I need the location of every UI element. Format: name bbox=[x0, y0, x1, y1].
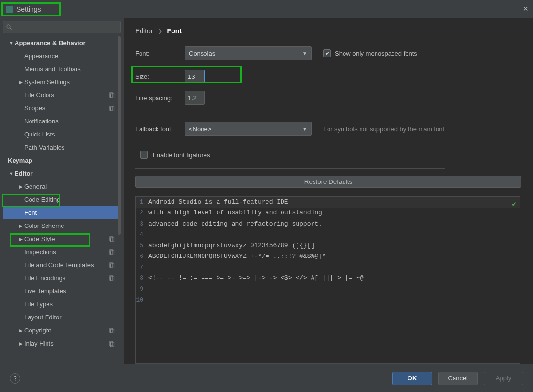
sidebar-item-label: File Encodings bbox=[24, 274, 109, 282]
expand-arrow-icon[interactable] bbox=[17, 236, 24, 241]
font-preview[interactable]: 1Android Studio is a full-featured IDE2w… bbox=[135, 196, 520, 364]
search-input[interactable] bbox=[14, 24, 117, 31]
sidebar-item-file-types[interactable]: File Types bbox=[3, 298, 118, 311]
ligatures-checkbox[interactable] bbox=[140, 151, 148, 159]
svg-rect-17 bbox=[111, 342, 114, 347]
expand-arrow-icon[interactable] bbox=[17, 79, 24, 85]
scheme-icon bbox=[109, 328, 115, 333]
chevron-down-icon: ▼ bbox=[302, 126, 307, 132]
footer: ? OK Cancel Apply bbox=[0, 364, 533, 392]
sidebar-item-file-and-code-templates[interactable]: File and Code Templates bbox=[3, 258, 118, 271]
sidebar-item-color-scheme[interactable]: Color Scheme bbox=[3, 219, 118, 232]
preview-line: 5abcdefghijklmnopqrstuvwxyz 0123456789 (… bbox=[136, 241, 520, 252]
fallback-select[interactable]: <None> ▼ bbox=[185, 122, 312, 136]
breadcrumb-parent[interactable]: Editor bbox=[135, 27, 153, 35]
svg-rect-10 bbox=[110, 263, 113, 267]
line-number: 6 bbox=[136, 251, 146, 262]
sidebar-item-menus-and-toolbars[interactable]: Menus and Toolbars bbox=[3, 62, 118, 75]
fallback-select-value: <None> bbox=[189, 125, 302, 133]
preview-text: advanced code editing and refactoring su… bbox=[146, 219, 322, 230]
size-input[interactable] bbox=[185, 70, 205, 83]
sidebar-item-appearance-behavior[interactable]: Appearance & Behavior bbox=[3, 36, 118, 49]
font-select[interactable]: Consolas ▼ bbox=[185, 46, 312, 60]
scheme-icon bbox=[109, 341, 115, 347]
close-icon[interactable]: × bbox=[523, 4, 528, 14]
sidebar-item-general[interactable]: General bbox=[3, 180, 118, 193]
sidebar-item-code-editing[interactable]: Code Editing bbox=[3, 193, 118, 206]
svg-rect-7 bbox=[111, 238, 114, 242]
linespacing-input[interactable] bbox=[185, 91, 205, 105]
sidebar-item-label: Appearance & Behavior bbox=[15, 39, 115, 46]
sidebar-item-path-variables[interactable]: Path Variables bbox=[3, 141, 118, 154]
sidebar-item-label: Scopes bbox=[24, 105, 109, 112]
search-input-wrapper[interactable] bbox=[3, 21, 121, 33]
expand-arrow-icon[interactable] bbox=[17, 184, 24, 189]
svg-rect-11 bbox=[111, 264, 114, 268]
sidebar-item-notifications[interactable]: Notifications bbox=[3, 115, 118, 128]
sidebar-item-live-templates[interactable]: Live Templates bbox=[3, 285, 118, 298]
expand-arrow-icon[interactable] bbox=[8, 40, 15, 45]
sidebar-item-inlay-hints[interactable]: Inlay Hints bbox=[3, 337, 118, 350]
monospace-label: Show only monospaced fonts bbox=[335, 50, 417, 57]
apply-button[interactable]: Apply bbox=[484, 372, 523, 385]
check-icon: ✔ bbox=[512, 199, 516, 210]
sidebar-item-layout-editor[interactable]: Layout Editor bbox=[3, 311, 118, 324]
preview-line: 7 bbox=[136, 262, 520, 273]
svg-point-0 bbox=[7, 25, 10, 28]
chevron-right-icon: ❯ bbox=[158, 28, 162, 34]
expand-arrow-icon[interactable] bbox=[17, 328, 24, 333]
preview-text bbox=[146, 229, 148, 241]
preview-text: with a high level of usability and outst… bbox=[146, 208, 322, 219]
monospace-checkbox[interactable] bbox=[323, 49, 331, 57]
expand-arrow-icon[interactable] bbox=[17, 223, 24, 228]
expand-arrow-icon[interactable] bbox=[17, 341, 24, 346]
help-button[interactable]: ? bbox=[10, 373, 20, 384]
restore-defaults-button[interactable]: Restore Defaults bbox=[135, 176, 521, 188]
sidebar-item-file-encodings[interactable]: File Encodings bbox=[3, 271, 118, 285]
sidebar: Appearance & BehaviorAppearanceMenus and… bbox=[0, 18, 124, 364]
fallback-label: Fallback font: bbox=[135, 125, 180, 133]
sidebar-item-keymap[interactable]: Keymap bbox=[3, 154, 118, 167]
settings-tree: Appearance & BehaviorAppearanceMenus and… bbox=[3, 36, 121, 364]
svg-rect-2 bbox=[110, 93, 113, 97]
fallback-hint: For symbols not supported by the main fo… bbox=[323, 125, 444, 133]
linespacing-label: Line spacing: bbox=[135, 94, 180, 102]
scrollbar-handle[interactable] bbox=[118, 36, 121, 235]
sidebar-item-quick-lists[interactable]: Quick Lists bbox=[3, 128, 118, 141]
sidebar-item-editor[interactable]: Editor bbox=[3, 167, 118, 180]
sidebar-item-label: System Settings bbox=[24, 78, 115, 86]
expand-arrow-icon[interactable] bbox=[8, 171, 15, 176]
sidebar-item-inspections[interactable]: Inspections bbox=[3, 245, 118, 258]
preview-text: Android Studio is a full-featured IDE bbox=[146, 197, 288, 208]
sidebar-item-file-colors[interactable]: File Colors bbox=[3, 89, 118, 102]
sidebar-item-font[interactable]: Font bbox=[3, 206, 118, 219]
sidebar-item-label: Layout Editor bbox=[24, 314, 115, 321]
sidebar-item-label: Notifications bbox=[24, 118, 115, 125]
sidebar-item-code-style[interactable]: Code Style bbox=[3, 232, 118, 245]
app-logo-icon bbox=[6, 6, 13, 13]
sidebar-item-system-settings[interactable]: System Settings bbox=[3, 75, 118, 89]
sidebar-item-appearance[interactable]: Appearance bbox=[3, 49, 118, 62]
size-label: Size: bbox=[135, 73, 180, 80]
line-number: 9 bbox=[136, 284, 146, 295]
scheme-icon bbox=[109, 275, 115, 281]
preview-text: abcdefghijklmnopqrstuvwxyz 0123456789 ()… bbox=[146, 241, 314, 252]
sidebar-item-label: Code Editing bbox=[24, 196, 115, 203]
sidebar-item-label: General bbox=[24, 183, 115, 190]
content-panel: Editor ❯ Font Font: Consolas ▼ Show only… bbox=[124, 18, 533, 364]
sidebar-item-label: Font bbox=[24, 209, 115, 216]
sidebar-item-label: Keymap bbox=[8, 157, 115, 164]
line-number: 3 bbox=[136, 219, 146, 230]
scheme-icon bbox=[109, 236, 115, 242]
sidebar-item-copyright[interactable]: Copyright bbox=[3, 324, 118, 337]
sidebar-item-label: Appearance bbox=[24, 52, 115, 60]
preview-text bbox=[146, 295, 148, 306]
line-number: 4 bbox=[136, 229, 146, 241]
preview-line: 10 bbox=[136, 295, 520, 306]
sidebar-item-scopes[interactable]: Scopes bbox=[3, 102, 118, 115]
scheme-icon bbox=[109, 92, 115, 98]
line-number: 8 bbox=[136, 273, 146, 284]
ok-button[interactable]: OK bbox=[392, 372, 432, 385]
svg-rect-14 bbox=[110, 328, 113, 332]
cancel-button[interactable]: Cancel bbox=[438, 372, 478, 385]
